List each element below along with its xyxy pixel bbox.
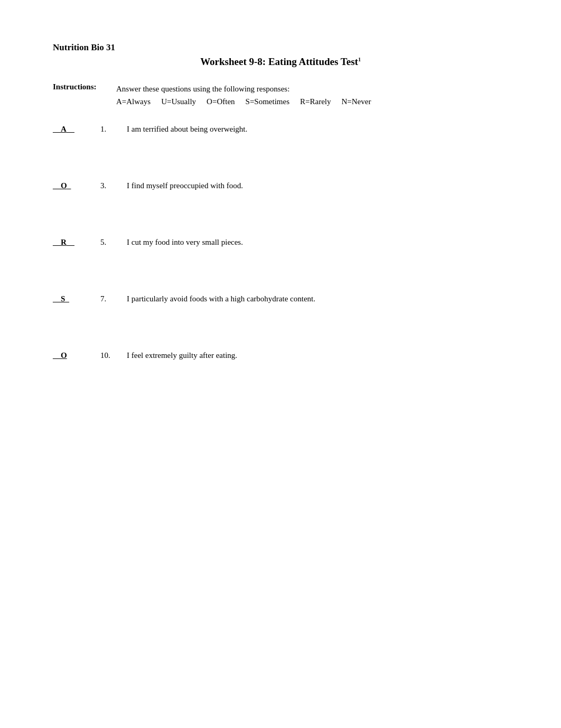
answer-letter-3: O — [61, 181, 67, 190]
question-text-1: I am terrified about being overweight. — [127, 125, 508, 134]
question-text-5: I cut my food into very small pieces. — [127, 238, 508, 247]
question-text-7: I particularly avoid foods with a high c… — [127, 294, 508, 303]
question-item-7: __S_ 7. I particularly avoid foods with … — [53, 294, 508, 303]
answer-letter-5: R — [61, 238, 67, 246]
worksheet-title-text: Worksheet 9-8: Eating Attitudes Test — [200, 56, 358, 67]
question-item-3: __O_ 3. I find myself preoccupied with f… — [53, 181, 508, 190]
instructions-line1: Answer these questions using the followi… — [116, 82, 371, 95]
course-title: Nutrition Bio 31 — [53, 42, 508, 53]
response-usually: U=Usually — [161, 95, 196, 108]
instructions-responses: A=Always U=Usually O=Often S=Sometimes R… — [116, 95, 371, 108]
response-rarely: R=Rarely — [300, 95, 331, 108]
question-answer-5: __R__ — [53, 238, 100, 247]
response-always: A=Always — [116, 95, 151, 108]
question-answer-3: __O_ — [53, 181, 100, 190]
response-sometimes: S=Sometimes — [246, 95, 289, 108]
answer-prefix-5: __ — [53, 238, 61, 246]
answer-suffix-7: _ — [65, 294, 69, 303]
question-answer-7: __S_ — [53, 294, 100, 303]
questions-section: __A__ 1. I am terrified about being over… — [53, 125, 508, 360]
question-number-10: 10. — [100, 351, 127, 360]
page: Nutrition Bio 31 Worksheet 9-8: Eating A… — [0, 0, 561, 402]
answer-prefix-3: __ — [53, 181, 61, 190]
instructions-block: Instructions: Answer these questions usi… — [53, 82, 508, 108]
answer-letter-10: O — [61, 351, 67, 360]
question-number-3: 3. — [100, 181, 127, 190]
question-item-10: __O 10. I feel extremely guilty after ea… — [53, 351, 508, 360]
instructions-content: Answer these questions using the followi… — [116, 82, 371, 108]
answer-letter-1: A — [61, 125, 67, 133]
answer-prefix-7: __ — [53, 294, 61, 303]
question-text-10: I feel extremely guilty after eating. — [127, 351, 508, 360]
question-number-7: 7. — [100, 294, 127, 303]
question-number-5: 5. — [100, 238, 127, 247]
worksheet-title-superscript: 1 — [358, 57, 361, 62]
question-answer-10: __O — [53, 351, 100, 360]
answer-prefix-10: __ — [53, 351, 61, 360]
response-never: N=Never — [341, 95, 371, 108]
answer-suffix-3: _ — [67, 181, 71, 190]
question-text-3: I find myself preoccupied with food. — [127, 181, 508, 190]
response-often: O=Often — [207, 95, 235, 108]
instructions-label: Instructions: — [53, 82, 116, 108]
question-answer-1: __A__ — [53, 125, 100, 134]
worksheet-title: Worksheet 9-8: Eating Attitudes Test1 — [53, 56, 508, 68]
question-item-1: __A__ 1. I am terrified about being over… — [53, 125, 508, 134]
question-number-1: 1. — [100, 125, 127, 134]
question-item-5: __R__ 5. I cut my food into very small p… — [53, 238, 508, 247]
answer-suffix-1: __ — [67, 125, 74, 133]
answer-suffix-5: __ — [67, 238, 74, 246]
answer-prefix-1: __ — [53, 125, 61, 133]
